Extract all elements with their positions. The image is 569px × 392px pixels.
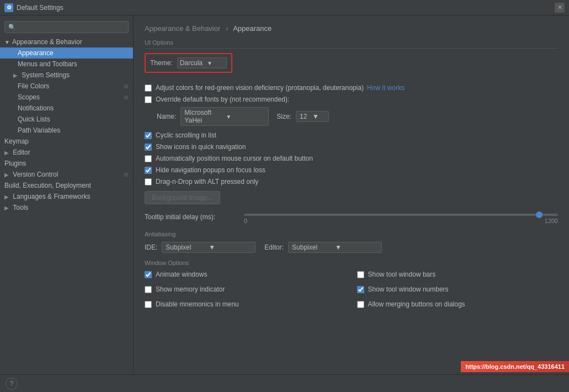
title-bar: ⚙ Default Settings ✕ — [0, 0, 569, 15]
breadcrumb: Appearance & Behavior › Appearance — [145, 24, 558, 33]
font-name-value: Microsoft YaHei — [184, 109, 224, 124]
window-title: Default Settings — [17, 4, 555, 12]
tooltip-slider[interactable] — [244, 214, 558, 216]
editor-aa-item: Editor: Subpixel ▼ — [264, 242, 382, 253]
close-button[interactable]: ✕ — [555, 3, 565, 13]
sidebar-item-label: Editor — [13, 149, 30, 156]
red-green-label: Adjust colors for red-green vision defic… — [156, 84, 364, 92]
sidebar-item-appearance[interactable]: Appearance — [0, 47, 133, 59]
help-button[interactable]: ? — [6, 378, 18, 390]
font-name-dropdown[interactable]: Microsoft YaHei ▼ — [180, 107, 269, 126]
font-row: Name: Microsoft YaHei ▼ Size: 12 ▼ — [157, 107, 558, 126]
search-input[interactable] — [18, 23, 125, 31]
tooltip-slider-container: 0 1200 — [244, 210, 558, 224]
checkbox-row-cyclic-scroll: Cyclic scrolling in list — [145, 131, 558, 139]
sidebar-item-menus-toolbars[interactable]: Menus and Toolbars — [0, 59, 133, 70]
sidebar-item-keymap[interactable]: Keymap — [0, 136, 133, 147]
sidebar-item-scopes[interactable]: Scopes ⚙ — [0, 92, 133, 103]
hide-nav-checkbox[interactable] — [145, 167, 152, 174]
checkbox-row-override-fonts: Override default fonts by (not recommend… — [145, 96, 558, 103]
ide-aa-dropdown[interactable]: Subpixel ▼ — [162, 242, 256, 253]
sidebar-item-system-settings[interactable]: ▶ System Settings — [0, 70, 133, 81]
watermark-text: https://blog.csdn.net/qq_43316411 — [465, 363, 565, 370]
tooltip-label: Tooltip initial delay (ms): — [145, 213, 244, 221]
show-tool-numbers-checkbox[interactable] — [357, 286, 364, 293]
override-fonts-checkbox[interactable] — [145, 96, 152, 103]
sidebar-item-quick-lists[interactable]: Quick Lists — [0, 114, 133, 125]
show-tool-bars-checkbox[interactable] — [357, 271, 364, 278]
editor-aa-dropdown[interactable]: Subpixel ▼ — [288, 242, 382, 253]
search-box[interactable]: 🔍 — [4, 21, 129, 33]
ide-aa-value: Subpixel — [166, 243, 209, 251]
app-icon: ⚙ — [4, 3, 13, 12]
ide-aa-item: IDE: Subpixel ▼ — [145, 242, 256, 253]
font-name-label: Name: — [157, 113, 176, 120]
ui-options-header: UI Options — [145, 39, 558, 49]
sidebar-child-label: File Colors — [18, 82, 49, 90]
checkbox-row-hide-nav: Hide navigation popups on focus loss — [145, 166, 558, 174]
sidebar-item-notifications[interactable]: Notifications — [0, 103, 133, 114]
sidebar-item-file-colors[interactable]: File Colors ⚙ — [0, 81, 133, 92]
file-colors-icon: ⚙ — [124, 83, 129, 89]
how-it-works-link[interactable]: How it works — [367, 84, 405, 92]
sidebar-item-label: Plugins — [4, 160, 26, 167]
sidebar-item-version-control[interactable]: ▶ Version Control ⚙ — [0, 169, 133, 180]
font-size-dropdown[interactable]: 12 ▼ — [296, 111, 329, 122]
show-icons-label: Show icons in quick navigation — [156, 143, 246, 151]
disable-mnemonics-checkbox[interactable] — [145, 301, 152, 308]
antialiasing-title: Antialiasing — [145, 231, 558, 237]
checkbox-row-drag-alt: Drag-n-Drop with ALT pressed only — [145, 178, 558, 186]
sidebar-item-editor[interactable]: ▶ Editor — [0, 147, 133, 158]
sidebar-item-label: Appearance & Behavior — [12, 38, 82, 46]
disable-mnemonics-label: Disable mnemonics in menu — [156, 300, 239, 308]
checkbox-row-allow-merging: Allow merging buttons on dialogs — [357, 300, 559, 308]
allow-merging-checkbox[interactable] — [357, 301, 364, 308]
show-memory-checkbox[interactable] — [145, 286, 152, 293]
red-green-checkbox[interactable] — [145, 84, 152, 92]
sidebar-item-tools[interactable]: ▶ Tools — [0, 202, 133, 213]
checkbox-row-animate-windows: Animate windows — [145, 271, 346, 278]
sidebar-item-plugins[interactable]: Plugins — [0, 158, 133, 169]
background-image-row: Background Image... — [145, 191, 558, 204]
watermark: https://blog.csdn.net/qq_43316411 — [461, 361, 569, 372]
checkbox-row-disable-mnemonics: Disable mnemonics in menu — [145, 300, 346, 308]
sidebar-child-label: Scopes — [18, 93, 40, 101]
sidebar-item-build-execution[interactable]: Build, Execution, Deployment — [0, 180, 133, 191]
checkbox-row-show-tool-bars: Show tool window bars — [357, 271, 559, 278]
drag-alt-label: Drag-n-Drop with ALT pressed only — [156, 178, 258, 186]
auto-position-checkbox[interactable] — [145, 155, 152, 162]
collapse-arrow-lang-icon: ▶ — [4, 194, 9, 200]
breadcrumb-part2: Appearance — [233, 24, 272, 33]
sidebar: 🔍 ▼ Appearance & Behavior Appearance Men… — [0, 15, 134, 374]
drag-alt-checkbox[interactable] — [145, 178, 152, 186]
animate-windows-checkbox[interactable] — [145, 271, 152, 278]
ide-aa-arrow-icon: ▼ — [209, 243, 252, 251]
slider-min-label: 0 — [244, 218, 247, 224]
checkbox-row-show-tool-numbers: Show tool window numbers — [357, 285, 559, 293]
sidebar-child-label: Notifications — [18, 104, 54, 112]
content-area: Appearance & Behavior › Appearance UI Op… — [134, 15, 569, 374]
sidebar-item-label: Tools — [13, 204, 28, 211]
sidebar-item-appearance-behavior[interactable]: ▼ Appearance & Behavior — [0, 36, 133, 47]
background-image-button[interactable]: Background Image... — [145, 191, 220, 204]
editor-aa-label: Editor: — [264, 243, 284, 251]
collapse-arrow-vc-icon: ▶ — [4, 172, 9, 178]
scopes-icon: ⚙ — [124, 94, 129, 100]
collapse-arrow-icon: ▶ — [13, 72, 18, 78]
sidebar-item-label: Build, Execution, Deployment — [4, 182, 91, 189]
collapse-arrow-tools-icon: ▶ — [4, 205, 9, 211]
sidebar-item-label: Keymap — [4, 137, 29, 145]
override-fonts-label: Override default fonts by (not recommend… — [156, 96, 289, 103]
theme-dropdown[interactable]: Darcula ▼ — [177, 57, 227, 68]
main-container: 🔍 ▼ Appearance & Behavior Appearance Men… — [0, 15, 569, 374]
allow-merging-label: Allow merging buttons on dialogs — [368, 300, 465, 308]
sidebar-item-languages[interactable]: ▶ Languages & Frameworks — [0, 191, 133, 202]
search-icon: 🔍 — [8, 24, 16, 31]
sidebar-item-path-variables[interactable]: Path Variables — [0, 125, 133, 136]
cyclic-scroll-checkbox[interactable] — [145, 132, 152, 139]
theme-dropdown-arrow-icon: ▼ — [207, 60, 224, 66]
sidebar-child-label: Quick Lists — [18, 115, 50, 123]
editor-aa-value: Subpixel — [292, 243, 335, 251]
show-memory-label: Show memory indicator — [156, 285, 225, 293]
show-icons-checkbox[interactable] — [145, 144, 152, 151]
